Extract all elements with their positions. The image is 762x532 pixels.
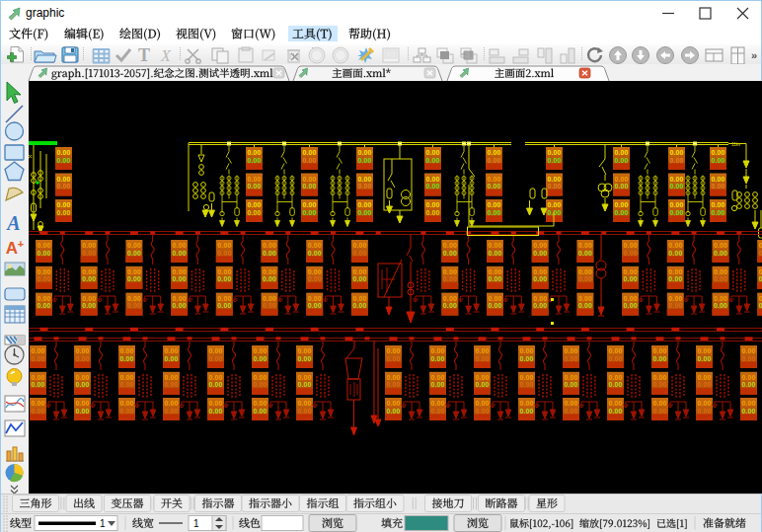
svg-text:»: » [751, 49, 757, 61]
svg-text:A: A [6, 239, 18, 258]
svg-text:+: + [18, 238, 24, 250]
svg-text:T: T [138, 45, 150, 64]
svg-text:11kv: 11kv [731, 142, 741, 147]
svg-text:X: X [160, 47, 172, 64]
svg-text:1: 1 [193, 518, 199, 529]
svg-text:A: A [5, 212, 20, 234]
svg-text:1: 1 [100, 518, 106, 529]
